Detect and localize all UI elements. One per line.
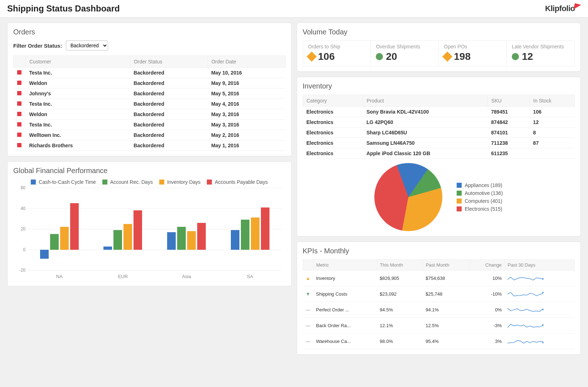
volume-panel: Volume Today Orders to Ship 106Overdue S… <box>297 23 581 72</box>
inventory-pie-legend: Appliances (189)Automotive (136)Computer… <box>457 182 503 212</box>
chart-bar[interactable] <box>197 223 206 250</box>
chart-bar[interactable] <box>241 220 249 249</box>
customer-cell: Johnny's <box>26 89 130 99</box>
dash-icon: — <box>306 339 310 344</box>
order-status-select[interactable]: Backordered <box>66 40 108 51</box>
date-cell: May 3, 2016 <box>208 120 285 130</box>
svg-point-4 <box>542 342 544 343</box>
chart-bar[interactable] <box>40 250 49 259</box>
sparkline-icon <box>507 273 546 282</box>
chart-bar[interactable] <box>60 227 69 249</box>
customer-cell: Testa Inc. <box>26 68 130 78</box>
legend-color-icon <box>457 183 462 188</box>
legend-item[interactable]: Automotive (136) <box>457 190 503 196</box>
table-row[interactable]: Weldon Backordered May 9, 2016 <box>14 78 286 89</box>
status-square-icon <box>17 81 21 85</box>
kpi-value: 198 <box>454 51 471 62</box>
customer-cell: Richards Brothers <box>26 140 130 151</box>
kpis-title: KPIs - Monthly <box>303 247 575 255</box>
legend-item[interactable]: Cash-to-Cash Cycle Time <box>31 179 96 185</box>
warning-icon: ▲ <box>306 276 310 281</box>
customer-cell: Testa Inc. <box>26 120 130 130</box>
legend-item[interactable]: Electronics (515) <box>457 206 503 212</box>
legend-color-icon <box>102 180 107 185</box>
x-axis-label: Asia <box>155 272 218 281</box>
table-row[interactable]: ElectronicsSharp LC46D65U8741018 <box>303 128 575 138</box>
date-cell: May 9, 2016 <box>208 78 285 89</box>
table-row[interactable]: —Warehouse Ca...98.0%95.4%3% <box>303 334 575 349</box>
inventory-pie-chart <box>374 163 442 231</box>
inventory-table: Category Product SKU In Stock Electronic… <box>303 95 575 159</box>
x-axis-label: SA <box>218 272 282 281</box>
kpi-value: 106 <box>318 51 335 62</box>
chart-bar[interactable] <box>177 227 186 249</box>
orders-table: Customer Order Status Order Date Testa I… <box>13 56 286 151</box>
dash-icon: — <box>306 307 310 312</box>
legend-item[interactable]: Appliances (189) <box>457 182 503 188</box>
chart-bar[interactable] <box>103 247 112 250</box>
table-row[interactable]: Testa Inc. Backordered May 10, 2016 <box>14 68 286 78</box>
chart-bar[interactable] <box>167 232 176 250</box>
status-square-icon <box>17 122 21 126</box>
legend-item[interactable]: Inventory Days <box>159 179 200 185</box>
chart-bar[interactable] <box>123 224 132 250</box>
chart-bar[interactable] <box>133 210 142 249</box>
table-row[interactable]: ElectronicsLG 42PQ6087484212 <box>303 117 575 128</box>
date-cell: May 10, 2016 <box>208 68 285 78</box>
legend-item[interactable]: Computers (401) <box>457 198 503 204</box>
status-cell: Backordered <box>130 89 208 99</box>
table-row[interactable]: Richards Brothers Backordered May 1, 201… <box>14 140 286 151</box>
status-cell: Backordered <box>130 99 208 109</box>
kpi-label: Open POs <box>444 44 501 49</box>
chart-bar[interactable] <box>187 231 196 250</box>
table-row[interactable]: —Perfect Order ...94.5%94.1%0% <box>303 302 575 318</box>
table-row[interactable]: Testa Inc. Backordered May 3, 2016 <box>14 120 286 130</box>
table-row[interactable]: Johnny's Backordered May 5, 2016 <box>14 89 286 99</box>
chart-bar[interactable] <box>70 203 79 249</box>
header: Shipping Status Dashboard Klipfolio◤ <box>0 0 588 18</box>
customer-cell: Welltown Inc. <box>26 130 130 140</box>
gfp-title: Global Financial Performance <box>13 167 286 175</box>
date-cell: May 4, 2016 <box>208 99 285 109</box>
kpi-value: 20 <box>386 51 397 62</box>
page-title: Shipping Status Dashboard <box>7 4 120 14</box>
table-row[interactable]: Welltown Inc. Backordered May 2, 2016 <box>14 130 286 140</box>
chart-bar[interactable] <box>50 234 59 249</box>
legend-item[interactable]: Accounts Payable Days <box>207 179 268 185</box>
chart-bar[interactable] <box>113 230 122 250</box>
chart-bar[interactable] <box>231 230 239 250</box>
table-row[interactable]: ElectronicsSamsung LN46A75071123887 <box>303 138 575 148</box>
inventory-panel: Inventory Category Product SKU In Stock … <box>297 77 581 236</box>
table-row[interactable]: ElectronicsApple iPod Classic 120 GB6112… <box>303 148 575 159</box>
chart-bar[interactable] <box>261 207 269 250</box>
chart-bar[interactable] <box>251 218 259 249</box>
kpi-card: Late Vendor Shipments 12 <box>507 41 574 66</box>
status-cell: Backordered <box>130 130 208 140</box>
sparkline-icon <box>507 305 546 314</box>
status-square-icon <box>17 133 21 137</box>
filter-label: Filter Order Status: <box>13 43 62 49</box>
legend-color-icon <box>457 199 462 204</box>
legend-color-icon <box>457 191 462 196</box>
table-row[interactable]: ElectronicsSony Bravia KDL-42V4100789451… <box>303 107 575 117</box>
orders-title: Orders <box>13 28 286 36</box>
sparkline-icon <box>507 289 546 298</box>
gfp-chart: -200204060 NAEURAsiaSA <box>13 188 286 281</box>
volume-title: Volume Today <box>303 28 575 36</box>
sparkline-icon <box>507 320 546 330</box>
status-square-icon <box>17 112 21 116</box>
table-row[interactable]: Testa Inc. Backordered May 4, 2016 <box>14 99 286 109</box>
kpi-card: Overdue Shipments 20 <box>371 41 439 66</box>
table-row[interactable]: ▼Shipping Costs$23,092$25,748-10% <box>303 286 575 302</box>
kpi-label: Late Vendor Shipments <box>512 44 569 49</box>
sparkline-icon <box>507 336 546 345</box>
gfp-panel: Global Financial Performance Cash-to-Cas… <box>7 161 292 286</box>
circle-icon <box>512 53 519 60</box>
legend-item[interactable]: Account Rec. Days <box>102 179 153 185</box>
status-cell: Backordered <box>130 109 208 120</box>
table-row[interactable]: —Back Order Ra...12.1%12.5%-3% <box>303 318 575 334</box>
svg-point-1 <box>542 292 544 293</box>
table-row[interactable]: Weldon Backordered May 3, 2016 <box>14 109 286 120</box>
svg-point-2 <box>542 309 544 310</box>
table-row[interactable]: ▲Inventory$826,905$754,63810% <box>303 271 575 286</box>
